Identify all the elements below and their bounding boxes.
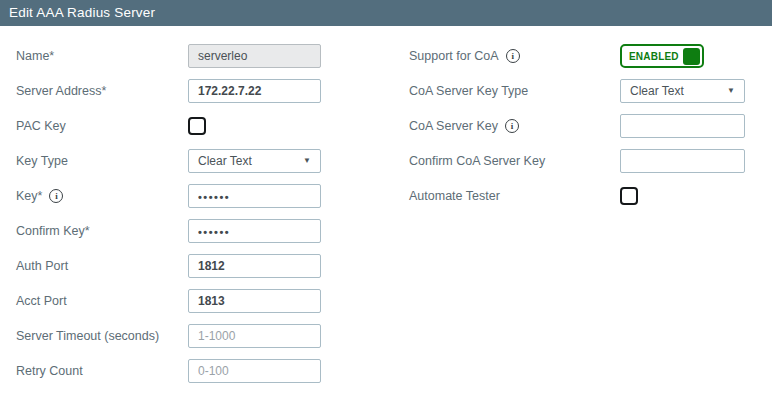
coa-server-key-label: CoA Server Key i (409, 114, 620, 138)
server-timeout-label: Server Timeout (seconds) (16, 324, 188, 348)
pac-key-label: PAC Key (16, 114, 188, 138)
form-row-pac-key: PAC Key (16, 114, 321, 149)
form-row-confirm-coa-server-key: Confirm CoA Server Key (409, 149, 745, 184)
coa-server-key-input[interactable] (620, 114, 745, 138)
form-column-right: Support for CoA i ENABLED CoA Server Key… (409, 44, 745, 219)
retry-count-input[interactable] (188, 359, 321, 383)
key-label: Key* i (16, 184, 188, 208)
name-label: Name* (16, 44, 188, 68)
coa-server-key-type-label: CoA Server Key Type (409, 79, 620, 103)
server-address-label: Server Address* (16, 79, 188, 103)
retry-count-label: Retry Count (16, 359, 188, 383)
toggle-state-label: ENABLED (629, 51, 679, 62)
coa-server-key-type-selected-value: Clear Text (630, 84, 684, 98)
edit-aaa-radius-server-dialog: Edit AAA Radius Server Name* Server Addr… (0, 0, 772, 415)
dialog-title: Edit AAA Radius Server (0, 0, 772, 26)
form-row-automate-tester: Automate Tester (409, 184, 745, 219)
support-for-coa-toggle[interactable]: ENABLED (620, 44, 704, 68)
form-row-support-for-coa: Support for CoA i ENABLED (409, 44, 745, 79)
form-row-acct-port: Acct Port (16, 289, 321, 324)
server-address-input[interactable] (188, 79, 321, 103)
form-row-coa-server-key: CoA Server Key i (409, 114, 745, 149)
form-column-left: Name* Server Address* PAC Key Key Type C… (16, 44, 321, 394)
form-row-key-type: Key Type Clear Text ▼ (16, 149, 321, 184)
form-row-auth-port: Auth Port (16, 254, 321, 289)
automate-tester-label: Automate Tester (409, 184, 620, 208)
name-input[interactable] (188, 44, 321, 68)
key-type-label: Key Type (16, 149, 188, 173)
confirm-key-label: Confirm Key* (16, 219, 188, 243)
key-input[interactable] (188, 184, 321, 208)
toggle-knob (683, 48, 700, 65)
form-row-coa-server-key-type: CoA Server Key Type Clear Text ▼ (409, 79, 745, 114)
acct-port-label: Acct Port (16, 289, 188, 313)
chevron-down-icon: ▼ (727, 87, 735, 95)
auth-port-input[interactable] (188, 254, 321, 278)
automate-tester-checkbox[interactable] (620, 187, 638, 205)
key-type-select[interactable]: Clear Text ▼ (188, 149, 321, 173)
confirm-key-input[interactable] (188, 219, 321, 243)
form-row-key: Key* i (16, 184, 321, 219)
support-for-coa-label: Support for CoA i (409, 44, 620, 68)
info-icon: i (506, 49, 520, 63)
pac-key-checkbox[interactable] (188, 117, 206, 135)
confirm-coa-server-key-label: Confirm CoA Server Key (409, 149, 620, 173)
info-icon: i (505, 119, 519, 133)
form-row-retry-count: Retry Count (16, 359, 321, 394)
chevron-down-icon: ▼ (303, 157, 311, 165)
form-row-server-address: Server Address* (16, 79, 321, 114)
confirm-coa-server-key-input[interactable] (620, 149, 745, 173)
auth-port-label: Auth Port (16, 254, 188, 278)
form-row-server-timeout: Server Timeout (seconds) (16, 324, 321, 359)
info-icon: i (49, 189, 63, 203)
form-row-confirm-key: Confirm Key* (16, 219, 321, 254)
key-type-selected-value: Clear Text (198, 154, 252, 168)
coa-server-key-type-select[interactable]: Clear Text ▼ (620, 79, 745, 103)
form-row-name: Name* (16, 44, 321, 79)
acct-port-input[interactable] (188, 289, 321, 313)
server-timeout-input[interactable] (188, 324, 321, 348)
